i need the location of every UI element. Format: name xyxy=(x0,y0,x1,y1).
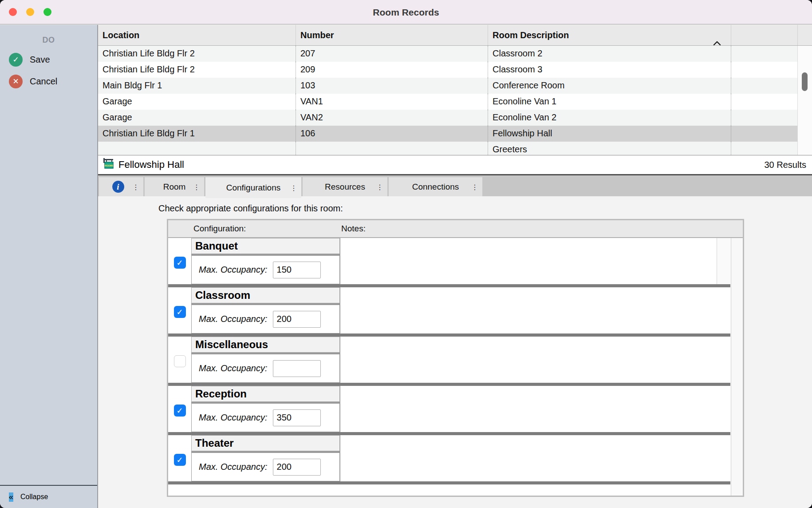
config-cell: Classroom Max. Occupancy: xyxy=(191,287,340,333)
check-icon: ✓ xyxy=(176,407,183,415)
table-bottom-strip xyxy=(168,484,730,496)
tab-configurations[interactable]: Configurations ⋮ xyxy=(205,177,301,198)
tab-grip-icon[interactable]: ⋮ xyxy=(132,183,139,191)
column-header-number[interactable]: Number xyxy=(296,25,488,45)
collapse-chevrons-icon: « xyxy=(9,492,13,502)
selected-record-label: Fellowship Hall xyxy=(118,159,184,171)
config-cell: Theater Max. Occupancy: xyxy=(191,435,340,481)
config-table-scrollbar[interactable] xyxy=(731,238,743,496)
config-name: Classroom xyxy=(191,287,340,303)
config-checkbox-classroom[interactable]: ✓ xyxy=(174,306,186,318)
notes-scrollbar[interactable] xyxy=(717,238,730,284)
cell-description: Greeters xyxy=(488,142,731,155)
config-checkbox-miscellaneous[interactable]: ✓ xyxy=(174,355,186,367)
config-row-theater: ✓ Theater Max. Occupancy: xyxy=(168,435,730,481)
cell-number: 209 xyxy=(296,62,488,78)
results-count: 30 Results xyxy=(765,160,807,170)
tab-grip-icon[interactable]: ⋮ xyxy=(193,183,200,191)
configurations-table: Configuration: Notes: ✓ Banquet Max. xyxy=(167,219,744,497)
cancel-label: Cancel xyxy=(30,76,57,87)
tab-label: Resources xyxy=(325,182,365,192)
table-row[interactable]: Greeters xyxy=(98,142,797,155)
cell-number xyxy=(296,142,488,155)
tab-grip-icon[interactable]: ⋮ xyxy=(471,183,478,191)
collapse-button[interactable]: « Collapse xyxy=(0,485,97,508)
occupancy-box: Max. Occupancy: xyxy=(191,453,340,481)
notes-field-classroom[interactable] xyxy=(340,287,730,333)
cell-location: Garage xyxy=(98,94,296,110)
table-scrollbar[interactable] xyxy=(797,46,812,155)
cell-number: 103 xyxy=(296,78,488,94)
configurations-panel: Check appropriate configurations for thi… xyxy=(98,196,812,508)
tab-label: Configurations xyxy=(226,183,281,193)
cell-description: Fellowship Hall xyxy=(488,126,731,142)
config-cell: Reception Max. Occupancy: xyxy=(191,386,340,432)
records-table-header: Location Number Room Description xyxy=(98,25,812,46)
records-table-body: Christian Life Bldg Flr 2 207 Classroom … xyxy=(98,46,797,155)
info-icon: i xyxy=(112,181,124,193)
cell-number: 207 xyxy=(296,46,488,62)
save-check-icon: ✓ xyxy=(9,53,23,67)
cell-description: Conference Room xyxy=(488,78,731,94)
table-row[interactable]: Main Bldg Flr 1 103 Conference Room xyxy=(98,78,797,94)
table-row[interactable]: Christian Life Bldg Flr 2 207 Classroom … xyxy=(98,46,797,62)
cancel-button[interactable]: ✕ Cancel xyxy=(9,75,97,88)
config-row-classroom: ✓ Classroom Max. Occupancy: xyxy=(168,287,730,333)
table-row[interactable]: Christian Life Bldg Flr 2 209 Classroom … xyxy=(98,62,797,78)
cell-number: VAN2 xyxy=(296,110,488,126)
config-checkbox-reception[interactable]: ✓ xyxy=(174,405,186,417)
occupancy-label: Max. Occupancy: xyxy=(199,413,268,423)
notes-field-miscellaneous[interactable] xyxy=(340,337,730,383)
tab-room[interactable]: Room ⋮ xyxy=(145,177,204,196)
notes-field-theater[interactable] xyxy=(340,435,730,481)
config-name: Reception xyxy=(191,386,340,402)
row-separator xyxy=(168,432,730,435)
configurations-table-body: ✓ Banquet Max. Occupancy: xyxy=(168,238,743,496)
config-row-miscellaneous: ✓ Miscellaneous Max. Occupancy: xyxy=(168,337,730,383)
tab-connections[interactable]: Connections ⋮ xyxy=(389,177,482,196)
cell-blank xyxy=(731,62,797,78)
column-header-location[interactable]: Location xyxy=(98,25,296,45)
notes-field-banquet[interactable] xyxy=(340,238,730,284)
svg-text:ROOMS: ROOMS xyxy=(105,164,114,167)
panel-instruction: Check appropriate configurations for thi… xyxy=(158,203,343,214)
row-separator xyxy=(168,333,730,337)
max-occupancy-input-classroom[interactable] xyxy=(273,311,321,328)
tab-grip-icon[interactable]: ⋮ xyxy=(376,183,383,191)
occupancy-box: Max. Occupancy: xyxy=(191,354,340,383)
scrollbar-thumb[interactable] xyxy=(802,72,808,91)
max-occupancy-input-reception[interactable] xyxy=(273,409,321,426)
cell-description: Classroom 3 xyxy=(488,62,731,78)
room-records-window: Room Records DO ✓ Save ✕ Cancel « Collap… xyxy=(0,0,812,508)
occupancy-box: Max. Occupancy: xyxy=(191,305,340,333)
notes-column-header: Notes: xyxy=(341,220,366,237)
checkbox-column: ✓ xyxy=(168,435,191,481)
check-icon: ✓ xyxy=(176,259,183,267)
config-cell: Miscellaneous Max. Occupancy: xyxy=(191,337,340,383)
config-row-reception: ✓ Reception Max. Occupancy: xyxy=(168,386,730,432)
cell-blank xyxy=(731,142,797,155)
max-occupancy-input-banquet[interactable] xyxy=(273,262,321,278)
config-checkbox-theater[interactable]: ✓ xyxy=(174,454,186,466)
room-sign-icon: ROOMS xyxy=(102,158,115,172)
notes-field-reception[interactable] xyxy=(340,386,730,432)
configurations-table-header: Configuration: Notes: xyxy=(168,220,743,238)
config-checkbox-banquet[interactable]: ✓ xyxy=(174,257,186,269)
max-occupancy-input-theater[interactable] xyxy=(273,459,321,476)
column-header-room-description[interactable]: Room Description xyxy=(488,25,731,45)
cell-location: Christian Life Bldg Flr 2 xyxy=(98,46,296,62)
config-name: Banquet xyxy=(191,238,340,254)
tab-info[interactable]: i ⋮ xyxy=(99,177,143,196)
save-button[interactable]: ✓ Save xyxy=(9,53,97,67)
cell-description: Classroom 2 xyxy=(488,46,731,62)
max-occupancy-input-miscellaneous[interactable] xyxy=(273,360,321,377)
table-row[interactable]: Garage VAN1 Econoline Van 1 xyxy=(98,94,797,110)
cell-blank xyxy=(731,46,797,62)
tab-resources[interactable]: Resources ⋮ xyxy=(303,177,387,196)
table-row[interactable]: Garage VAN2 Econoline Van 2 xyxy=(98,110,797,126)
tab-bar: i ⋮ Room ⋮ Configurations ⋮ Resources ⋮ … xyxy=(98,175,812,196)
checkbox-column: ✓ xyxy=(168,337,191,383)
tab-grip-icon[interactable]: ⋮ xyxy=(290,183,297,192)
configuration-column-header: Configuration: xyxy=(193,220,246,237)
table-row-selected[interactable]: Christian Life Bldg Flr 1 106 Fellowship… xyxy=(98,126,797,142)
